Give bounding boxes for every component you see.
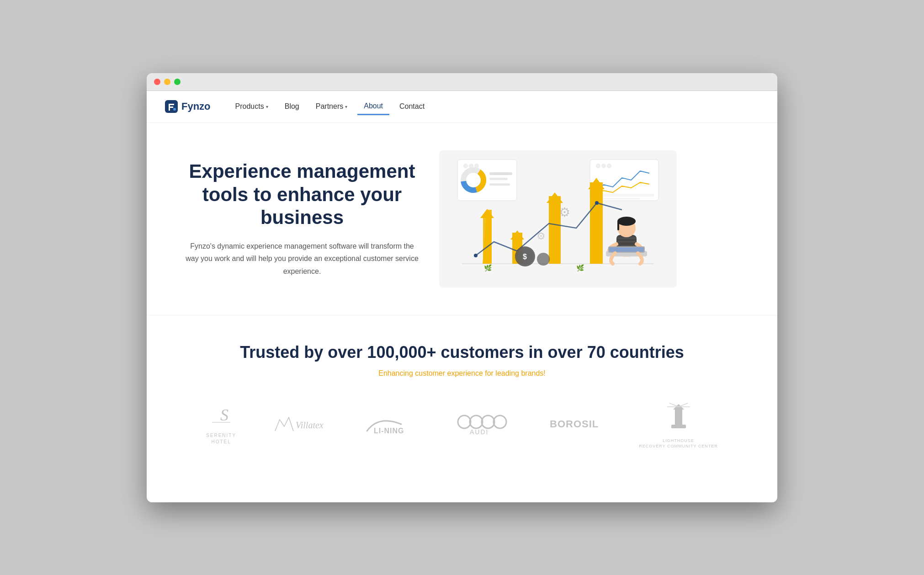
svg-line-64: [679, 403, 688, 407]
minimize-button[interactable]: [164, 79, 170, 85]
browser-titlebar: [147, 73, 777, 91]
svg-rect-10: [489, 172, 512, 175]
nav-links: Products ▾ Blog Partners ▾ About Contact: [229, 98, 431, 115]
svg-point-15: [601, 164, 606, 168]
villatex-logo: Villatex: [273, 413, 328, 436]
serenity-svg: S: [207, 403, 235, 431]
nav-about[interactable]: About: [357, 98, 389, 115]
svg-rect-12: [489, 183, 510, 186]
browser-window: Fynzo Products ▾ Blog Partners ▾ About: [147, 73, 777, 502]
trust-title: Trusted by over 100,000+ customers in ov…: [183, 343, 741, 362]
svg-rect-17: [595, 194, 654, 197]
svg-rect-11: [489, 178, 508, 180]
lighthouse-logo: LIGHTHOUSERECOVERY COMMUNITY CENTER: [639, 399, 718, 449]
lighthouse-label: LIGHTHOUSERECOVERY COMMUNITY CENTER: [639, 438, 718, 449]
svg-text:BOROSIL: BOROSIL: [550, 418, 599, 430]
svg-rect-62: [671, 425, 686, 428]
nav-contact[interactable]: Contact: [393, 99, 431, 114]
svg-point-16: [607, 164, 611, 168]
browser-content: Fynzo Products ▾ Blog Partners ▾ About: [147, 91, 777, 502]
svg-point-31: [474, 254, 478, 257]
villatex-svg: Villatex: [273, 413, 328, 436]
svg-rect-24: [483, 218, 491, 264]
svg-point-4: [463, 164, 468, 168]
brand-logos-row: S SERENITYHOTEL Villatex: [183, 399, 741, 449]
svg-rect-47: [609, 247, 644, 252]
svg-point-55: [470, 415, 483, 428]
svg-text:Villatex: Villatex: [296, 420, 324, 430]
close-button[interactable]: [154, 79, 160, 85]
nav-partners[interactable]: Partners ▾: [309, 99, 354, 114]
svg-point-57: [494, 415, 506, 428]
logo-text: Fynzo: [181, 101, 211, 112]
svg-rect-60: [675, 409, 682, 425]
serenity-label: SERENITYHOTEL: [206, 432, 236, 445]
hero-text-area: Experience management tools to enhance y…: [183, 160, 421, 277]
li-ning-svg: LI-NING: [365, 413, 420, 436]
svg-point-14: [596, 164, 600, 168]
hero-illustration: ⚙ ⚙: [439, 150, 677, 288]
svg-text:S: S: [220, 406, 228, 424]
borosil-svg: BOROSIL: [547, 413, 602, 436]
svg-text:🌿: 🌿: [576, 264, 584, 272]
audi-logo: AUDI: [456, 410, 511, 438]
svg-line-63: [669, 403, 679, 407]
svg-point-43: [617, 217, 636, 226]
svg-point-32: [595, 201, 599, 205]
lighthouse-svg: [660, 399, 697, 436]
hero-title: Experience management tools to enhance y…: [183, 160, 421, 229]
nav-products[interactable]: Products ▾: [229, 99, 275, 114]
products-chevron-icon: ▾: [266, 104, 268, 109]
nav-blog[interactable]: Blog: [278, 99, 306, 114]
svg-text:$: $: [523, 253, 527, 261]
fynzo-logo-icon: [165, 100, 178, 113]
logo-link[interactable]: Fynzo: [165, 100, 211, 113]
trust-subtitle: Enhancing customer experience for leadin…: [183, 369, 741, 378]
svg-text:LI-NING: LI-NING: [374, 427, 404, 435]
li-ning-logo: LI-NING: [365, 413, 420, 436]
hero-svg: ⚙ ⚙: [448, 150, 668, 278]
audi-svg: AUDI: [456, 410, 511, 438]
svg-point-54: [458, 415, 471, 428]
svg-point-1: [173, 108, 176, 111]
svg-text:AUDI: AUDI: [470, 428, 489, 436]
svg-point-56: [482, 415, 494, 428]
svg-rect-27: [549, 196, 561, 264]
maximize-button[interactable]: [174, 79, 181, 85]
partners-chevron-icon: ▾: [345, 104, 347, 109]
trust-section: Trusted by over 100,000+ customers in ov…: [147, 315, 777, 477]
svg-rect-44: [617, 221, 619, 230]
hero-section: Experience management tools to enhance y…: [147, 123, 777, 306]
serenity-hotel-logo: S SERENITYHOTEL: [206, 403, 236, 445]
hero-description: Fynzo's dynamic experience management so…: [183, 240, 421, 277]
svg-text:⚙: ⚙: [536, 230, 546, 242]
navbar: Fynzo Products ▾ Blog Partners ▾ About: [147, 91, 777, 123]
borosil-logo: BOROSIL: [547, 413, 602, 436]
svg-rect-29: [590, 182, 603, 264]
svg-text:🌿: 🌿: [484, 264, 492, 272]
svg-point-36: [537, 253, 550, 266]
